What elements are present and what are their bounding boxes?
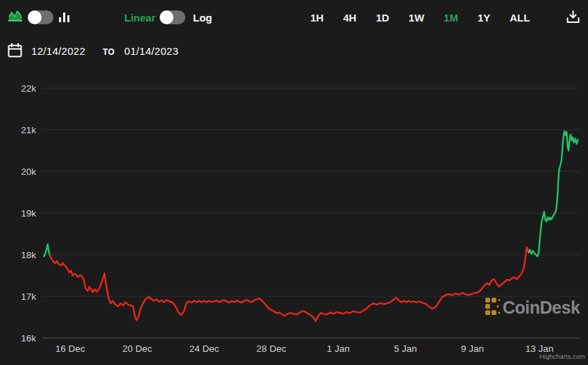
- date-range-end[interactable]: 01/14/2023: [124, 45, 178, 57]
- y-axis: 16k17k18k19k20k21k22k: [21, 83, 580, 343]
- range-button-1y[interactable]: 1Y: [478, 12, 490, 24]
- download-icon[interactable]: [565, 9, 581, 25]
- svg-text:22k: 22k: [21, 83, 36, 94]
- x-axis: 16 Dec20 Dec24 Dec28 Dec1 Jan5 Jan9 Jan1…: [56, 343, 554, 354]
- toggle-knob: [28, 10, 42, 24]
- range-button-1m[interactable]: 1M: [444, 12, 458, 24]
- svg-text:20 Dec: 20 Dec: [122, 343, 152, 354]
- svg-text:28 Dec: 28 Dec: [256, 343, 286, 354]
- svg-text:18k: 18k: [21, 250, 36, 260]
- range-button-4h[interactable]: 4H: [343, 12, 356, 24]
- svg-text:CoinDesk: CoinDesk: [503, 298, 580, 317]
- chart-type-toggle[interactable]: [28, 10, 53, 24]
- price-chart[interactable]: 16k17k18k19k20k21k22k16 Dec20 Dec24 Dec2…: [0, 0, 588, 365]
- svg-text:19k: 19k: [21, 208, 36, 219]
- svg-text:24 Dec: 24 Dec: [190, 343, 219, 354]
- range-button-1d[interactable]: 1D: [376, 12, 389, 24]
- svg-text:21k: 21k: [21, 125, 36, 135]
- highcharts-credit[interactable]: Highcharts.com: [539, 353, 585, 360]
- calendar-icon[interactable]: [7, 42, 23, 58]
- toggle-knob: [160, 10, 174, 24]
- svg-text:20k: 20k: [21, 167, 36, 177]
- range-button-1w[interactable]: 1W: [409, 12, 425, 24]
- svg-text:1 Jan: 1 Jan: [327, 343, 350, 354]
- svg-text:17k: 17k: [21, 291, 36, 302]
- svg-text:16k: 16k: [21, 333, 36, 343]
- price-line-series: [44, 131, 578, 321]
- date-range-start[interactable]: 12/14/2022: [31, 45, 85, 57]
- svg-text:16 Dec: 16 Dec: [56, 343, 85, 354]
- range-button-1h[interactable]: 1H: [310, 12, 324, 24]
- range-button-all[interactable]: ALL: [510, 12, 530, 24]
- linear-label[interactable]: Linear: [124, 12, 156, 24]
- scale-toggle[interactable]: [160, 10, 185, 24]
- bar-chart-icon: [59, 11, 70, 24]
- log-label[interactable]: Log: [193, 12, 212, 24]
- svg-text:5 Jan: 5 Jan: [394, 343, 417, 354]
- date-range-separator: TO: [103, 47, 115, 57]
- range-selector: 1H 4H 1D 1W 1M 1Y ALL: [310, 12, 530, 24]
- area-chart-icon: [8, 8, 23, 23]
- coindesk-watermark: CoinDesk: [485, 298, 580, 317]
- svg-text:9 Jan: 9 Jan: [461, 343, 484, 354]
